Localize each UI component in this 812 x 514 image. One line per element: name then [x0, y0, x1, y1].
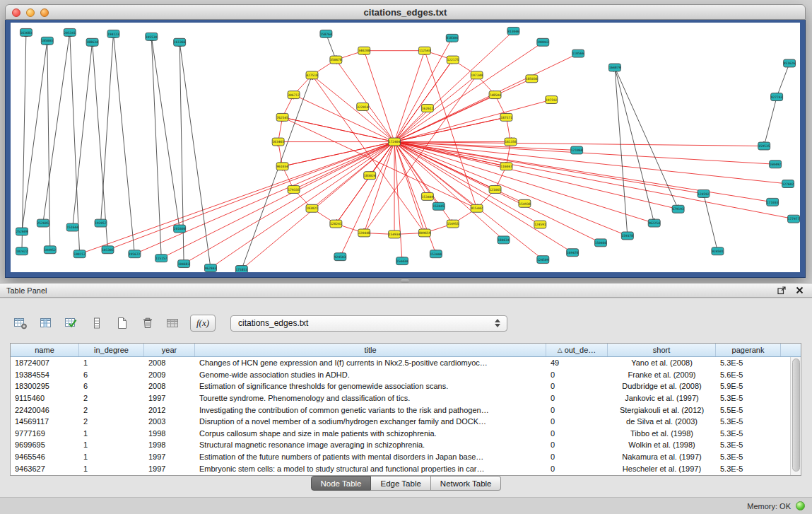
graph-node[interactable]: 197592: [546, 96, 558, 104]
graph-node[interactable]: 154938: [519, 199, 531, 207]
graph-node[interactable]: 962843: [205, 264, 217, 272]
vertical-scrollbar[interactable]: [790, 357, 801, 475]
table-settings-icon[interactable]: [10, 314, 30, 333]
graph-node[interactable]: 184634: [498, 236, 510, 244]
graph-node[interactable]: 183021: [306, 204, 318, 212]
table-row[interactable]: 1456911722003Disruption of a novel membe…: [11, 416, 790, 428]
graph-node[interactable]: 154955: [447, 220, 459, 228]
graph-node[interactable]: 679193: [672, 205, 684, 213]
function-builder-button[interactable]: f(x): [190, 315, 216, 332]
graph-node[interactable]: 124509: [537, 256, 549, 264]
graph-node[interactable]: 161366: [174, 38, 186, 46]
graph-node[interactable]: 813046: [507, 27, 519, 35]
graph-node[interactable]: 192057: [95, 219, 107, 227]
graph-node[interactable]: 160492: [770, 160, 782, 168]
float-panel-icon[interactable]: [777, 286, 787, 296]
graph-node[interactable]: 163465: [272, 138, 284, 146]
graph-node[interactable]: 915442: [471, 204, 483, 212]
graph-node[interactable]: 104683: [178, 260, 190, 268]
graph-node[interactable]: 115157: [155, 255, 167, 262]
graph-node[interactable]: 153449: [421, 192, 433, 200]
column-header-pagerank[interactable]: pagerank: [716, 344, 781, 356]
table-row[interactable]: 2242004622012Investigating the contribut…: [11, 404, 790, 416]
graph-node[interactable]: 163683: [20, 28, 32, 36]
graph-node[interactable]: 127602: [782, 180, 794, 188]
show-columns-icon[interactable]: [35, 314, 56, 333]
graph-node[interactable]: 159535: [758, 142, 770, 150]
column-header-title[interactable]: title: [195, 344, 546, 356]
graph-node[interactable]: 220448: [358, 229, 370, 237]
graph-node[interactable]: 809659: [418, 229, 430, 237]
graph-node[interactable]: 177977: [788, 215, 800, 223]
graph-node[interactable]: 150466: [595, 239, 607, 247]
table-row[interactable]: 1830029562008Estimation of significance …: [11, 380, 790, 392]
close-panel-icon[interactable]: [794, 286, 804, 296]
table-row[interactable]: 911546021997Tourette syndrome. Phenomeno…: [11, 392, 790, 404]
table-row[interactable]: 946362711997Embryonic stem cells: a mode…: [11, 462, 790, 474]
graph-node[interactable]: 190043: [537, 38, 549, 46]
graph-node[interactable]: 183024: [364, 172, 376, 180]
graph-node[interactable]: 322014: [357, 103, 369, 111]
zoom-window-button[interactable]: [40, 8, 49, 17]
graph-node[interactable]: 116047: [500, 163, 512, 170]
graph-node[interactable]: 112543: [418, 47, 430, 54]
table-source-dropdown[interactable]: citations_edges.txt: [230, 315, 507, 332]
graph-node[interactable]: 185003: [41, 37, 53, 45]
column-header-year[interactable]: year: [144, 344, 195, 356]
graph-node[interactable]: 121068: [571, 146, 583, 154]
scrollbar-thumb[interactable]: [792, 358, 800, 472]
graph-node[interactable]: 124591: [534, 221, 546, 228]
graph-node[interactable]: 164879: [608, 64, 620, 71]
graph-node[interactable]: 201600: [174, 225, 186, 233]
graph-node[interactable]: 951626: [784, 59, 796, 67]
network-graph[interactable]: 1724041125431221751973497485041875711613…: [11, 23, 800, 272]
column-header-out_de[interactable]: △out_de…: [546, 344, 608, 356]
graph-node[interactable]: 162612: [421, 105, 433, 112]
tab-network-table[interactable]: Network Table: [431, 476, 502, 491]
table-row[interactable]: 969969511998Structural magnetic resonanc…: [11, 439, 790, 451]
graph-node[interactable]: 188634: [86, 38, 98, 46]
graph-node[interactable]: 161356: [505, 138, 517, 146]
graph-node[interactable]: 187571: [500, 113, 512, 121]
graph-node[interactable]: 101305: [102, 246, 114, 254]
column-format-icon[interactable]: [86, 314, 107, 333]
graph-node[interactable]: 927743: [771, 93, 783, 101]
graph-node[interactable]: 195672: [129, 250, 141, 258]
graph-node[interactable]: 105530: [146, 33, 158, 40]
close-window-button[interactable]: [12, 8, 20, 17]
window-titlebar[interactable]: citations_edges.txt: [5, 4, 806, 20]
graph-node[interactable]: 158764: [320, 30, 332, 37]
graph-node[interactable]: 197349: [471, 71, 483, 79]
tab-node-table[interactable]: Node Table: [311, 476, 372, 491]
graph-node[interactable]: 171033: [767, 198, 779, 206]
graph-node[interactable]: 154434: [396, 257, 408, 265]
graph-node[interactable]: 961034: [276, 163, 288, 170]
graph-node[interactable]: 350678: [330, 56, 342, 64]
graph-node[interactable]: 924503: [334, 253, 346, 261]
minimize-window-button[interactable]: [26, 8, 35, 17]
graph-node[interactable]: 159378: [621, 232, 633, 240]
graph-node[interactable]: 153444: [430, 250, 442, 258]
graph-node[interactable]: 102422: [16, 247, 28, 255]
graph-node[interactable]: 762545: [276, 113, 288, 121]
graph-node[interactable]: 924501: [712, 247, 724, 255]
table-row[interactable]: 1872400712008Changes of HCN gene express…: [11, 357, 790, 369]
graph-node[interactable]: 194123: [107, 30, 119, 37]
graph-node[interactable]: 154934: [389, 230, 401, 238]
graph-node[interactable]: 306717: [288, 91, 300, 99]
table-row[interactable]: 977716911998Corpus callosum shape and si…: [11, 428, 790, 440]
tab-edge-table[interactable]: Edge Table: [371, 476, 430, 491]
graph-node[interactable]: 153445: [433, 202, 445, 210]
graph-node[interactable]: 179335: [288, 186, 300, 194]
graph-node[interactable]: 122175: [447, 56, 459, 64]
graph-node[interactable]: 185036: [526, 75, 538, 83]
import-table-icon[interactable]: [163, 314, 183, 333]
graph-node[interactable]: 205341: [64, 28, 76, 36]
graph-node[interactable]: 590157: [73, 250, 86, 258]
graph-node[interactable]: 121065: [489, 186, 501, 194]
column-header-name[interactable]: name: [11, 344, 79, 356]
new-table-icon[interactable]: [112, 314, 132, 333]
graph-node[interactable]: 252605: [37, 219, 49, 227]
graph-node[interactable]: 172404: [389, 138, 401, 146]
network-canvas[interactable]: 1724041125431221751973497485041875711613…: [11, 23, 800, 272]
